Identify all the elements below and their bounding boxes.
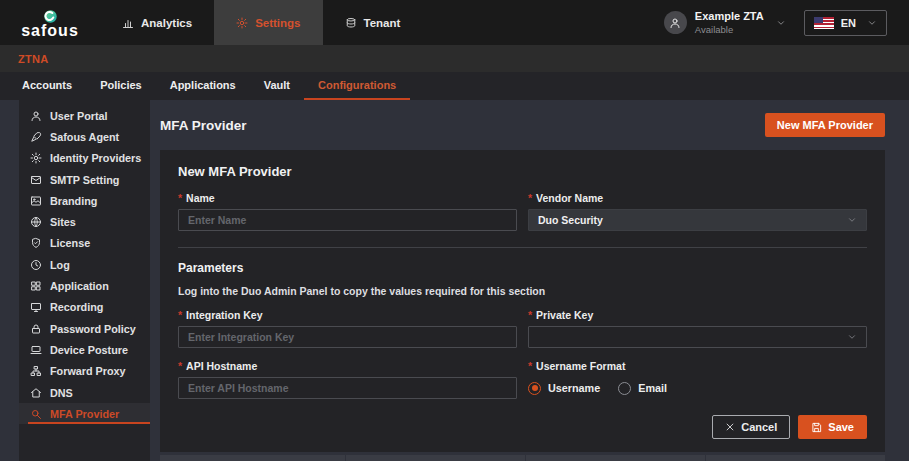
sidebar-item-safous-agent[interactable]: Safous Agent (19, 126, 150, 147)
name-label: * Name (178, 192, 517, 204)
sidebar-item-branding[interactable]: Branding (19, 190, 150, 211)
page-title: MFA Provider (160, 118, 247, 133)
radio-option-username[interactable]: Username (528, 382, 600, 395)
vendor-name-label: * Vendor Name (528, 192, 867, 204)
sidebar-item-label: Forward Proxy (50, 365, 126, 377)
settings-gear-icon (236, 17, 248, 29)
globe-icon (30, 216, 42, 228)
section-tabs: Accounts Policies Applications Vault Con… (0, 72, 909, 100)
radio-option-email[interactable]: Email (618, 382, 667, 395)
save-disk-icon (811, 422, 822, 433)
nav-item-analytics[interactable]: Analytics (100, 0, 214, 45)
api-hostname-field-group: * API Hostname (178, 360, 517, 399)
required-mark: * (178, 192, 182, 204)
sidebar-item-label: SMTP Setting (50, 174, 119, 186)
language-code: EN (841, 17, 856, 29)
safous-logo[interactable]: safous (0, 0, 100, 45)
radio-selected-icon (528, 382, 541, 395)
lock-icon (30, 323, 42, 335)
sidebar-item-license[interactable]: License (19, 233, 150, 254)
sidebar-item-label: Device Posture (50, 344, 128, 356)
new-mfa-provider-button[interactable]: New MFA Provider (765, 113, 885, 137)
analytics-icon (122, 17, 134, 29)
breadcrumb: ZTNA (18, 53, 49, 65)
sitemap-icon (30, 365, 42, 377)
gear-icon (30, 152, 42, 164)
home-icon (30, 387, 42, 399)
required-mark: * (178, 309, 182, 321)
sidebar-item-label: User Portal (50, 110, 108, 122)
envelope-icon (30, 174, 42, 186)
tab-vault[interactable]: Vault (250, 72, 304, 100)
sidebar-item-log[interactable]: Log (19, 254, 150, 275)
sidebar-item-sites[interactable]: Sites (19, 211, 150, 232)
save-button[interactable]: Save (798, 415, 867, 439)
page-header: MFA Provider New MFA Provider (160, 100, 885, 150)
language-selector[interactable]: EN (804, 10, 887, 36)
username-format-label: * Username Format (528, 360, 867, 372)
monitor-icon (30, 301, 42, 313)
brand-name: safous (21, 25, 79, 37)
name-input[interactable] (178, 209, 517, 231)
sidebar-item-mfa-provider[interactable]: MFA Provider (19, 403, 150, 424)
section-divider (178, 247, 867, 248)
nav-item-label: Settings (255, 17, 300, 29)
form-title: New MFA Provider (178, 164, 867, 179)
sidebar-item-label: Log (50, 259, 70, 271)
nav-item-tenant[interactable]: Tenant (323, 0, 423, 45)
form-actions: Cancel Save (178, 415, 867, 439)
parameters-title: Parameters (178, 261, 867, 275)
required-mark: * (528, 192, 532, 204)
top-nav-items: Analytics Settings Tenant (100, 0, 422, 45)
sidebar-item-application[interactable]: Application (19, 275, 150, 296)
sidebar-item-label: Sites (50, 216, 76, 228)
sidebar-item-forward-proxy[interactable]: Forward Proxy (19, 361, 150, 382)
integration-key-field-group: * Integration Key (178, 309, 517, 348)
user-info: Example ZTA Available (695, 11, 764, 35)
sidebar-item-password-policy[interactable]: Password Policy (19, 318, 150, 339)
sidebar-item-identity-providers[interactable]: Identity Providers (19, 148, 150, 169)
new-mfa-provider-form: New MFA Provider * Name * Vendor Name D (160, 150, 885, 452)
page-body: User Portal Safous Agent Identity Provid… (0, 100, 909, 461)
sidebar-item-dns[interactable]: DNS (19, 382, 150, 403)
api-hostname-input[interactable] (178, 377, 517, 399)
user-portal-icon (30, 110, 42, 122)
parameters-hint: Log into the Duo Admin Panel to copy the… (178, 285, 867, 297)
sidebar-item-label: License (50, 237, 90, 249)
sidebar-item-label: DNS (50, 387, 73, 399)
tab-configurations[interactable]: Configurations (304, 72, 410, 100)
sidebar-item-user-portal[interactable]: User Portal (19, 105, 150, 126)
magnifier-icon (30, 408, 42, 420)
person-icon (669, 17, 681, 29)
sidebar-item-recording[interactable]: Recording (19, 297, 150, 318)
main-content: MFA Provider New MFA Provider New MFA Pr… (160, 100, 885, 461)
tenant-icon (345, 17, 357, 29)
sidebar-item-label: Password Policy (50, 323, 136, 335)
api-hostname-label: * API Hostname (178, 360, 517, 372)
integration-key-input[interactable] (178, 326, 517, 348)
nav-item-label: Tenant (364, 17, 401, 29)
chevron-down-icon (847, 332, 857, 342)
user-status: Available (695, 24, 764, 35)
top-navigation-bar: safous Analytics Settings Tenant Example… (0, 0, 909, 45)
name-field-group: * Name (178, 192, 517, 231)
user-name: Example ZTA (695, 11, 764, 22)
sidebar-item-label: Application (50, 280, 109, 292)
username-format-radio-group: Username Email (528, 377, 867, 399)
cancel-button[interactable]: Cancel (712, 415, 790, 439)
us-flag-icon (814, 17, 834, 29)
nav-item-label: Analytics (141, 17, 192, 29)
tab-accounts[interactable]: Accounts (8, 72, 86, 100)
sidebar-item-label: Branding (50, 195, 97, 207)
nav-item-settings[interactable]: Settings (214, 0, 322, 45)
sidebar-item-device-posture[interactable]: Device Posture (19, 339, 150, 360)
sidebar-item-smtp-setting[interactable]: SMTP Setting (19, 169, 150, 190)
tab-applications[interactable]: Applications (156, 72, 250, 100)
private-key-select[interactable] (528, 326, 867, 348)
tab-policies[interactable]: Policies (86, 72, 156, 100)
grid-icon (30, 280, 42, 292)
user-menu[interactable]: Example ZTA Available (664, 11, 786, 35)
vendor-name-select[interactable]: Duo Security (528, 209, 867, 231)
private-key-label: * Private Key (528, 309, 867, 321)
language-chevron-icon (867, 18, 877, 28)
